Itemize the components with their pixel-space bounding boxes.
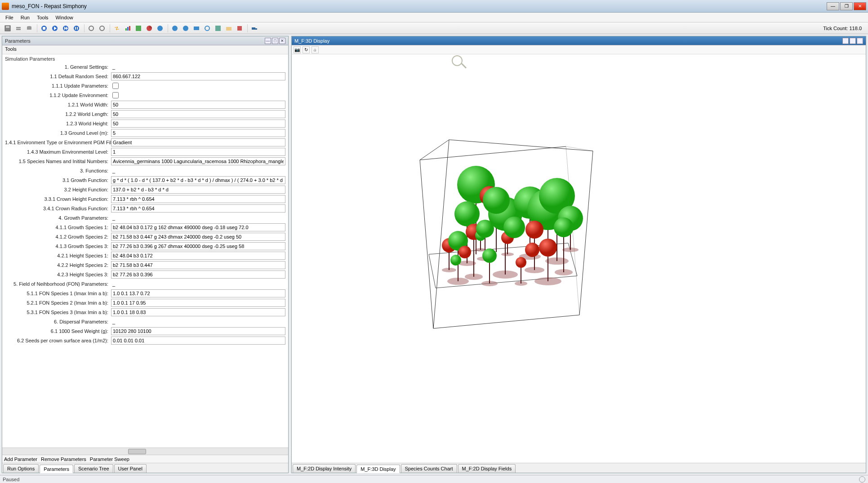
titlebar: meso_FON - Repast Simphony — ❐ ✕ <box>0 0 868 13</box>
tick-count: Tick Count: 118.0 <box>823 26 865 31</box>
svg-rect-27 <box>237 26 242 31</box>
window-title: meso_FON - Repast Simphony <box>12 3 827 9</box>
film-icon[interactable] <box>235 23 245 33</box>
menu-tools[interactable]: Tools <box>33 14 52 21</box>
svg-rect-3 <box>16 29 21 30</box>
close-button[interactable]: ✕ <box>854 2 866 10</box>
globe-icon[interactable] <box>155 23 165 33</box>
gear1-icon[interactable] <box>86 23 96 33</box>
floppy-icon[interactable] <box>3 23 13 33</box>
svg-rect-23 <box>194 27 199 30</box>
svg-point-10 <box>74 26 79 31</box>
restore-button[interactable]: ❐ <box>840 2 853 10</box>
stack-icon[interactable] <box>13 23 23 33</box>
svg-rect-26 <box>226 27 231 31</box>
svg-point-14 <box>100 26 104 31</box>
svg-rect-15 <box>125 28 127 31</box>
svg-rect-28 <box>252 27 255 30</box>
svg-rect-18 <box>136 26 141 31</box>
window-controls: — ❐ ✕ <box>827 2 866 10</box>
play-icon[interactable] <box>50 23 60 33</box>
svg-rect-11 <box>75 27 76 30</box>
svg-rect-1 <box>6 26 9 28</box>
sync-icon[interactable] <box>202 23 212 33</box>
svg-rect-12 <box>77 27 78 30</box>
menubar: File Run Tools Window <box>0 13 868 22</box>
gear2-icon[interactable] <box>97 23 107 33</box>
toolbar: Tick Count: 118.0 <box>0 22 868 34</box>
svg-rect-25 <box>215 26 221 31</box>
svg-rect-5 <box>27 27 31 30</box>
step-icon[interactable] <box>61 23 71 33</box>
chart2-icon[interactable] <box>134 23 143 33</box>
chart1-icon[interactable] <box>123 23 133 33</box>
pie-icon[interactable] <box>144 23 154 33</box>
svg-rect-29 <box>255 28 257 30</box>
ff-icon[interactable] <box>71 23 81 33</box>
mail-icon[interactable] <box>191 23 201 33</box>
swap-icon[interactable] <box>112 23 122 33</box>
svg-rect-2 <box>16 27 21 28</box>
svg-point-22 <box>183 26 188 31</box>
menu-window[interactable]: Window <box>52 14 77 21</box>
svg-point-21 <box>172 26 178 31</box>
svg-point-24 <box>205 26 209 31</box>
svg-rect-16 <box>127 27 129 31</box>
svg-point-20 <box>157 26 163 31</box>
svg-point-13 <box>89 26 93 31</box>
earth-icon[interactable] <box>181 23 191 33</box>
web-icon[interactable] <box>170 23 180 33</box>
db-icon[interactable] <box>24 23 34 33</box>
menu-run[interactable]: Run <box>17 14 33 21</box>
menu-file[interactable]: File <box>2 14 17 21</box>
truck-icon[interactable] <box>249 23 259 33</box>
folder-icon[interactable] <box>224 23 234 33</box>
stop-icon[interactable] <box>39 23 49 33</box>
minimize-button[interactable]: — <box>827 2 839 10</box>
java-icon <box>2 3 9 10</box>
grid-icon[interactable] <box>213 23 223 33</box>
svg-rect-7 <box>43 27 45 30</box>
svg-rect-17 <box>129 26 130 31</box>
